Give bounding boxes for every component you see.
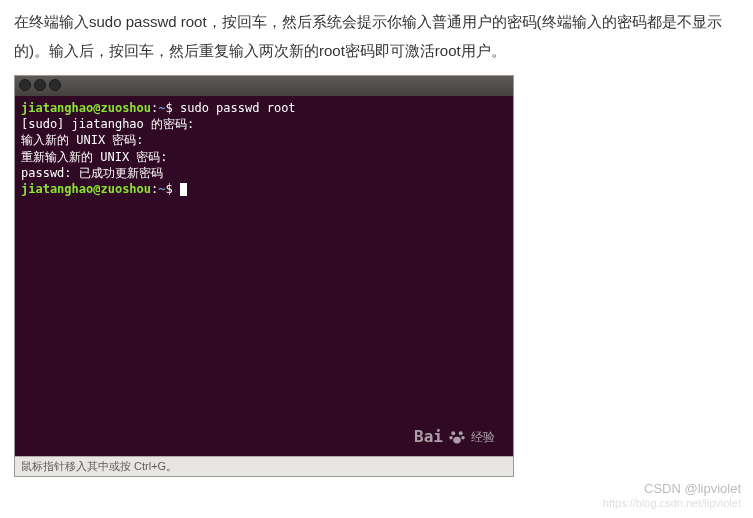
csdn-url: https://blog.csdn.net/lipviolet <box>603 497 741 510</box>
terminal-body[interactable]: jiatanghao@zuoshou:~$ sudo passwd root [… <box>15 96 513 456</box>
watermark-brand-left: Bai <box>414 426 443 448</box>
svg-point-2 <box>449 436 452 439</box>
prompt-path: ~ <box>158 101 165 115</box>
svg-point-4 <box>453 437 461 444</box>
maximize-icon[interactable] <box>49 79 61 91</box>
terminal-line: jiatanghao@zuoshou:~$ <box>21 181 507 197</box>
window-controls <box>19 79 61 91</box>
prompt-user: jiatanghao@zuoshou <box>21 182 151 196</box>
svg-point-1 <box>459 432 463 436</box>
cursor <box>180 183 187 196</box>
prompt-symbol: $ <box>166 182 173 196</box>
terminal-output: [sudo] jiatanghao 的密码: <box>21 116 507 132</box>
paw-icon <box>447 428 467 446</box>
terminal-output: 输入新的 UNIX 密码: <box>21 132 507 148</box>
terminal-window: jiatanghao@zuoshou:~$ sudo passwd root [… <box>14 75 514 477</box>
terminal-statusline: 鼠标指针移入其中或按 Ctrl+G。 <box>15 456 513 476</box>
command-text: sudo passwd root <box>180 101 296 115</box>
svg-point-3 <box>461 436 464 439</box>
terminal-titlebar <box>15 76 513 96</box>
prompt-path: ~ <box>158 182 165 196</box>
watermark-brand-right: 经验 <box>471 429 495 445</box>
minimize-icon[interactable] <box>34 79 46 91</box>
csdn-watermark: CSDN @lipviolet https://blog.csdn.net/li… <box>603 481 741 510</box>
prompt-symbol: $ <box>166 101 173 115</box>
terminal-output: passwd: 已成功更新密码 <box>21 165 507 181</box>
csdn-author: CSDN @lipviolet <box>603 481 741 497</box>
baidu-watermark: Bai 经验 <box>414 426 495 448</box>
close-icon[interactable] <box>19 79 31 91</box>
terminal-output: 重新输入新的 UNIX 密码: <box>21 149 507 165</box>
prompt-user: jiatanghao@zuoshou <box>21 101 151 115</box>
svg-point-0 <box>451 432 455 436</box>
terminal-line: jiatanghao@zuoshou:~$ sudo passwd root <box>21 100 507 116</box>
instruction-text: 在终端输入sudo passwd root，按回车，然后系统会提示你输入普通用户… <box>0 0 753 75</box>
